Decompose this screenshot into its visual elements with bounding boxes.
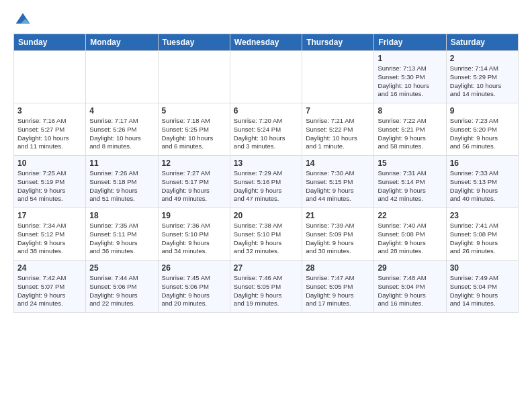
calendar-cell: 1Sunrise: 7:13 AM Sunset: 5:30 PM Daylig… — [374, 51, 446, 103]
calendar-week-row: 10Sunrise: 7:25 AM Sunset: 5:19 PM Dayli… — [14, 156, 519, 208]
cell-text: Sunrise: 7:45 AM Sunset: 5:06 PM Dayligh… — [162, 274, 226, 308]
day-number: 28 — [306, 263, 370, 273]
day-number: 5 — [162, 106, 226, 116]
calendar-cell: 14Sunrise: 7:30 AM Sunset: 5:15 PM Dayli… — [302, 156, 374, 208]
day-number: 18 — [89, 211, 154, 220]
header — [13, 11, 519, 30]
day-number: 17 — [17, 211, 82, 220]
cell-text: Sunrise: 7:34 AM Sunset: 5:12 PM Dayligh… — [17, 222, 82, 256]
calendar-week-row: 3Sunrise: 7:16 AM Sunset: 5:27 PM Daylig… — [14, 103, 519, 156]
day-number: 2 — [450, 54, 515, 63]
cell-text: Sunrise: 7:25 AM Sunset: 5:19 PM Dayligh… — [17, 169, 82, 203]
day-number: 29 — [378, 263, 442, 273]
weekday-header-tuesday: Tuesday — [158, 34, 230, 51]
day-number: 26 — [162, 263, 226, 273]
cell-text: Sunrise: 7:30 AM Sunset: 5:15 PM Dayligh… — [306, 169, 370, 203]
cell-text: Sunrise: 7:14 AM Sunset: 5:29 PM Dayligh… — [450, 64, 515, 99]
calendar-cell: 12Sunrise: 7:27 AM Sunset: 5:17 PM Dayli… — [158, 156, 230, 208]
day-number: 4 — [89, 106, 154, 116]
calendar-cell: 19Sunrise: 7:36 AM Sunset: 5:10 PM Dayli… — [158, 208, 230, 261]
day-number: 25 — [89, 263, 154, 273]
calendar-week-row: 24Sunrise: 7:42 AM Sunset: 5:07 PM Dayli… — [14, 261, 519, 313]
cell-text: Sunrise: 7:48 AM Sunset: 5:04 PM Dayligh… — [378, 274, 442, 308]
cell-text: Sunrise: 7:36 AM Sunset: 5:10 PM Dayligh… — [162, 222, 226, 256]
calendar-cell: 8Sunrise: 7:22 AM Sunset: 5:21 PM Daylig… — [374, 103, 446, 156]
cell-text: Sunrise: 7:31 AM Sunset: 5:14 PM Dayligh… — [378, 169, 442, 203]
calendar-cell: 23Sunrise: 7:41 AM Sunset: 5:08 PM Dayli… — [446, 208, 518, 261]
calendar-cell: 29Sunrise: 7:48 AM Sunset: 5:04 PM Dayli… — [374, 261, 446, 313]
calendar-week-row: 1Sunrise: 7:13 AM Sunset: 5:30 PM Daylig… — [14, 51, 519, 103]
calendar-cell: 2Sunrise: 7:14 AM Sunset: 5:29 PM Daylig… — [446, 51, 518, 103]
cell-text: Sunrise: 7:23 AM Sunset: 5:20 PM Dayligh… — [450, 117, 515, 151]
calendar-cell: 21Sunrise: 7:39 AM Sunset: 5:09 PM Dayli… — [302, 208, 374, 261]
day-number: 30 — [450, 263, 515, 273]
calendar-cell: 15Sunrise: 7:31 AM Sunset: 5:14 PM Dayli… — [374, 156, 446, 208]
calendar-cell: 27Sunrise: 7:46 AM Sunset: 5:05 PM Dayli… — [230, 261, 302, 313]
calendar-cell: 17Sunrise: 7:34 AM Sunset: 5:12 PM Dayli… — [14, 208, 86, 261]
day-number: 13 — [234, 158, 298, 168]
weekday-header-row: SundayMondayTuesdayWednesdayThursdayFrid… — [14, 34, 519, 51]
cell-text: Sunrise: 7:39 AM Sunset: 5:09 PM Dayligh… — [306, 222, 370, 256]
cell-text: Sunrise: 7:41 AM Sunset: 5:08 PM Dayligh… — [450, 222, 515, 256]
day-number: 9 — [450, 106, 515, 116]
calendar-cell — [14, 51, 86, 103]
day-number: 20 — [234, 211, 298, 220]
calendar-cell: 24Sunrise: 7:42 AM Sunset: 5:07 PM Dayli… — [14, 261, 86, 313]
cell-text: Sunrise: 7:38 AM Sunset: 5:10 PM Dayligh… — [234, 222, 298, 256]
calendar-cell: 20Sunrise: 7:38 AM Sunset: 5:10 PM Dayli… — [230, 208, 302, 261]
calendar-cell: 25Sunrise: 7:44 AM Sunset: 5:06 PM Dayli… — [86, 261, 158, 313]
day-number: 7 — [306, 106, 370, 116]
weekday-header-monday: Monday — [86, 34, 158, 51]
weekday-header-friday: Friday — [374, 34, 446, 51]
cell-text: Sunrise: 7:29 AM Sunset: 5:16 PM Dayligh… — [234, 169, 298, 203]
cell-text: Sunrise: 7:22 AM Sunset: 5:21 PM Dayligh… — [378, 117, 442, 151]
weekday-header-sunday: Sunday — [14, 34, 86, 51]
weekday-header-wednesday: Wednesday — [230, 34, 302, 51]
page: SundayMondayTuesdayWednesdayThursdayFrid… — [0, 0, 532, 320]
cell-text: Sunrise: 7:35 AM Sunset: 5:11 PM Dayligh… — [89, 222, 154, 256]
cell-text: Sunrise: 7:26 AM Sunset: 5:18 PM Dayligh… — [89, 169, 154, 203]
calendar-cell: 7Sunrise: 7:21 AM Sunset: 5:22 PM Daylig… — [302, 103, 374, 156]
logo-icon — [13, 11, 32, 30]
day-number: 21 — [306, 211, 370, 220]
calendar-cell: 5Sunrise: 7:18 AM Sunset: 5:25 PM Daylig… — [158, 103, 230, 156]
day-number: 14 — [306, 158, 370, 168]
calendar-cell: 3Sunrise: 7:16 AM Sunset: 5:27 PM Daylig… — [14, 103, 86, 156]
calendar-cell: 4Sunrise: 7:17 AM Sunset: 5:26 PM Daylig… — [86, 103, 158, 156]
calendar-cell: 30Sunrise: 7:49 AM Sunset: 5:04 PM Dayli… — [446, 261, 518, 313]
cell-text: Sunrise: 7:20 AM Sunset: 5:24 PM Dayligh… — [234, 117, 298, 151]
calendar-cell: 10Sunrise: 7:25 AM Sunset: 5:19 PM Dayli… — [14, 156, 86, 208]
day-number: 3 — [17, 106, 82, 116]
day-number: 24 — [17, 263, 82, 273]
calendar-cell: 11Sunrise: 7:26 AM Sunset: 5:18 PM Dayli… — [86, 156, 158, 208]
cell-text: Sunrise: 7:16 AM Sunset: 5:27 PM Dayligh… — [17, 117, 82, 151]
weekday-header-thursday: Thursday — [302, 34, 374, 51]
calendar-week-row: 17Sunrise: 7:34 AM Sunset: 5:12 PM Dayli… — [14, 208, 519, 261]
calendar-cell — [230, 51, 302, 103]
cell-text: Sunrise: 7:46 AM Sunset: 5:05 PM Dayligh… — [234, 274, 298, 308]
cell-text: Sunrise: 7:33 AM Sunset: 5:13 PM Dayligh… — [450, 169, 515, 203]
day-number: 11 — [89, 158, 154, 168]
calendar-table: SundayMondayTuesdayWednesdayThursdayFrid… — [13, 34, 519, 313]
cell-text: Sunrise: 7:27 AM Sunset: 5:17 PM Dayligh… — [162, 169, 226, 203]
day-number: 27 — [234, 263, 298, 273]
calendar-cell: 18Sunrise: 7:35 AM Sunset: 5:11 PM Dayli… — [86, 208, 158, 261]
calendar-cell: 28Sunrise: 7:47 AM Sunset: 5:05 PM Dayli… — [302, 261, 374, 313]
cell-text: Sunrise: 7:47 AM Sunset: 5:05 PM Dayligh… — [306, 274, 370, 308]
cell-text: Sunrise: 7:17 AM Sunset: 5:26 PM Dayligh… — [89, 117, 154, 151]
day-number: 23 — [450, 211, 515, 220]
day-number: 1 — [378, 54, 442, 63]
calendar-cell — [158, 51, 230, 103]
cell-text: Sunrise: 7:42 AM Sunset: 5:07 PM Dayligh… — [17, 274, 82, 308]
cell-text: Sunrise: 7:40 AM Sunset: 5:08 PM Dayligh… — [378, 222, 442, 256]
day-number: 8 — [378, 106, 442, 116]
cell-text: Sunrise: 7:44 AM Sunset: 5:06 PM Dayligh… — [89, 274, 154, 308]
cell-text: Sunrise: 7:21 AM Sunset: 5:22 PM Dayligh… — [306, 117, 370, 151]
calendar-cell: 22Sunrise: 7:40 AM Sunset: 5:08 PM Dayli… — [374, 208, 446, 261]
calendar-cell: 13Sunrise: 7:29 AM Sunset: 5:16 PM Dayli… — [230, 156, 302, 208]
day-number: 12 — [162, 158, 226, 168]
calendar-cell — [302, 51, 374, 103]
cell-text: Sunrise: 7:49 AM Sunset: 5:04 PM Dayligh… — [450, 274, 515, 308]
day-number: 22 — [378, 211, 442, 220]
weekday-header-saturday: Saturday — [446, 34, 518, 51]
